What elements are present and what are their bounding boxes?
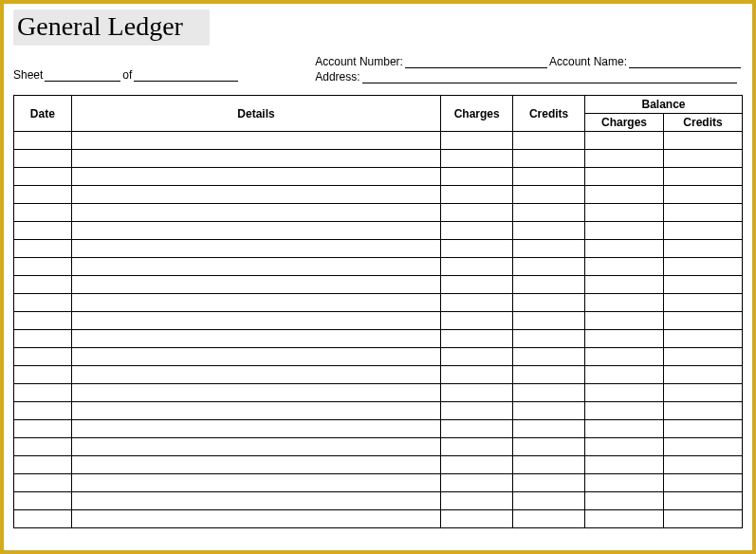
sheet-of-value-line[interactable]: [134, 68, 238, 82]
cell-date[interactable]: [14, 348, 72, 366]
cell-charges[interactable]: [441, 186, 513, 204]
cell-date[interactable]: [14, 186, 72, 204]
cell-bal_credits[interactable]: [663, 186, 742, 204]
cell-bal_charges[interactable]: [585, 240, 664, 258]
cell-charges[interactable]: [441, 204, 513, 222]
cell-bal_charges[interactable]: [585, 366, 664, 384]
cell-charges[interactable]: [441, 348, 513, 366]
cell-date[interactable]: [14, 276, 72, 294]
cell-credits[interactable]: [513, 474, 585, 492]
cell-date[interactable]: [14, 402, 72, 420]
cell-bal_credits[interactable]: [663, 276, 742, 294]
cell-details[interactable]: [71, 456, 441, 474]
cell-bal_charges[interactable]: [585, 168, 664, 186]
cell-bal_credits[interactable]: [663, 150, 742, 168]
cell-bal_credits[interactable]: [663, 312, 742, 330]
cell-charges[interactable]: [441, 510, 513, 528]
cell-date[interactable]: [14, 456, 72, 474]
cell-charges[interactable]: [441, 492, 513, 510]
cell-charges[interactable]: [441, 366, 513, 384]
cell-date[interactable]: [14, 438, 72, 456]
cell-date[interactable]: [14, 240, 72, 258]
cell-credits[interactable]: [513, 204, 585, 222]
cell-date[interactable]: [14, 384, 72, 402]
cell-charges[interactable]: [441, 384, 513, 402]
cell-bal_credits[interactable]: [663, 438, 742, 456]
cell-date[interactable]: [14, 420, 72, 438]
cell-credits[interactable]: [513, 438, 585, 456]
cell-details[interactable]: [71, 348, 441, 366]
cell-credits[interactable]: [513, 384, 585, 402]
cell-bal_charges[interactable]: [585, 312, 664, 330]
cell-bal_credits[interactable]: [663, 222, 742, 240]
cell-details[interactable]: [71, 168, 441, 186]
cell-bal_charges[interactable]: [585, 294, 664, 312]
cell-bal_charges[interactable]: [585, 222, 664, 240]
account-number-line[interactable]: [405, 55, 547, 68]
cell-date[interactable]: [14, 312, 72, 330]
cell-date[interactable]: [14, 330, 72, 348]
cell-charges[interactable]: [441, 168, 513, 186]
account-name-line[interactable]: [629, 55, 741, 68]
cell-bal_charges[interactable]: [585, 186, 664, 204]
cell-details[interactable]: [71, 492, 441, 510]
cell-bal_credits[interactable]: [663, 240, 742, 258]
cell-credits[interactable]: [513, 456, 585, 474]
cell-details[interactable]: [71, 474, 441, 492]
cell-bal_credits[interactable]: [663, 456, 742, 474]
cell-credits[interactable]: [513, 402, 585, 420]
cell-details[interactable]: [71, 438, 441, 456]
cell-bal_credits[interactable]: [663, 168, 742, 186]
cell-date[interactable]: [14, 150, 72, 168]
cell-details[interactable]: [71, 240, 441, 258]
cell-details[interactable]: [71, 132, 441, 150]
cell-bal_charges[interactable]: [585, 510, 664, 528]
cell-charges[interactable]: [441, 276, 513, 294]
cell-credits[interactable]: [513, 222, 585, 240]
cell-bal_charges[interactable]: [585, 492, 664, 510]
cell-bal_charges[interactable]: [585, 438, 664, 456]
cell-charges[interactable]: [441, 312, 513, 330]
cell-date[interactable]: [14, 510, 72, 528]
cell-charges[interactable]: [441, 456, 513, 474]
cell-details[interactable]: [71, 330, 441, 348]
cell-credits[interactable]: [513, 492, 585, 510]
cell-charges[interactable]: [441, 438, 513, 456]
cell-date[interactable]: [14, 222, 72, 240]
cell-charges[interactable]: [441, 150, 513, 168]
cell-date[interactable]: [14, 204, 72, 222]
cell-charges[interactable]: [441, 420, 513, 438]
cell-credits[interactable]: [513, 150, 585, 168]
cell-charges[interactable]: [441, 258, 513, 276]
cell-date[interactable]: [14, 168, 72, 186]
cell-bal_credits[interactable]: [663, 294, 742, 312]
cell-details[interactable]: [71, 258, 441, 276]
cell-charges[interactable]: [441, 222, 513, 240]
cell-credits[interactable]: [513, 294, 585, 312]
cell-credits[interactable]: [513, 420, 585, 438]
cell-details[interactable]: [71, 222, 441, 240]
cell-details[interactable]: [71, 186, 441, 204]
cell-bal_credits[interactable]: [663, 366, 742, 384]
cell-charges[interactable]: [441, 402, 513, 420]
cell-credits[interactable]: [513, 348, 585, 366]
cell-bal_credits[interactable]: [663, 474, 742, 492]
cell-bal_credits[interactable]: [663, 492, 742, 510]
cell-charges[interactable]: [441, 330, 513, 348]
cell-credits[interactable]: [513, 330, 585, 348]
cell-date[interactable]: [14, 474, 72, 492]
cell-bal_credits[interactable]: [663, 132, 742, 150]
cell-bal_charges[interactable]: [585, 420, 664, 438]
cell-date[interactable]: [14, 132, 72, 150]
cell-charges[interactable]: [441, 474, 513, 492]
cell-credits[interactable]: [513, 366, 585, 384]
cell-bal_credits[interactable]: [663, 420, 742, 438]
cell-details[interactable]: [71, 204, 441, 222]
cell-bal_credits[interactable]: [663, 204, 742, 222]
cell-date[interactable]: [14, 366, 72, 384]
cell-charges[interactable]: [441, 294, 513, 312]
cell-bal_charges[interactable]: [585, 132, 664, 150]
cell-credits[interactable]: [513, 258, 585, 276]
cell-credits[interactable]: [513, 240, 585, 258]
cell-date[interactable]: [14, 492, 72, 510]
